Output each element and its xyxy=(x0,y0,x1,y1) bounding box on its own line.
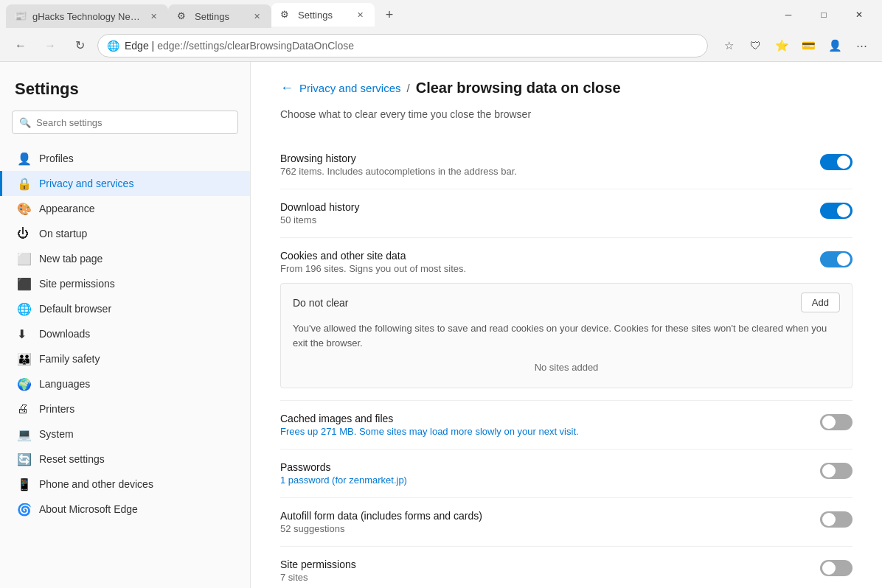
address-domain: Edge xyxy=(125,40,149,52)
sidebar-item-profiles[interactable]: 👤 Profiles xyxy=(0,146,250,171)
refresh-button[interactable]: ↻ xyxy=(68,34,91,57)
collections-icon[interactable]: ⭐ xyxy=(770,34,794,57)
tab-settings2[interactable]: ⚙ Settings ✕ xyxy=(271,3,375,27)
toggle-browsing-history[interactable] xyxy=(820,154,853,170)
nav-icon-group: ☆ 🛡 ⭐ 💳 👤 ⋯ xyxy=(717,34,873,57)
sidebar-item-newtab[interactable]: ⬜ New tab page xyxy=(0,246,250,271)
setting-download-history-desc: 50 items xyxy=(280,214,359,225)
close-button[interactable]: ✕ xyxy=(842,3,876,27)
sidebar-item-label-printers: Printers xyxy=(39,403,74,415)
setting-download-history-row: Download history 50 items xyxy=(280,201,853,225)
privacy-icon: 🔒 xyxy=(17,177,30,190)
sidebar-item-label-system: System xyxy=(39,428,74,440)
toggle-download-history[interactable] xyxy=(820,203,853,219)
tab-settings2-favicon: ⚙ xyxy=(280,9,292,21)
breadcrumb-separator: / xyxy=(407,82,410,94)
toggle-site-permissions[interactable] xyxy=(820,560,853,576)
sidebar-item-reset[interactable]: 🔄 Reset settings xyxy=(0,447,250,472)
setting-site-permissions-label: Site permissions xyxy=(280,559,356,570)
favorites-icon[interactable]: ☆ xyxy=(717,34,740,57)
tab-ghacks[interactable]: 📰 gHacks Technology News ✕ xyxy=(6,4,168,28)
address-url: edge://settings/clearBrowsingDataOnClose xyxy=(157,40,354,52)
setting-cookies: Cookies and other site data From 196 sit… xyxy=(280,238,853,401)
tab-settings1-close[interactable]: ✕ xyxy=(251,10,263,22)
sidebar-item-system[interactable]: 💻 System xyxy=(0,421,250,447)
sidebar-item-startup[interactable]: ⏻ On startup xyxy=(0,221,250,246)
breadcrumb-back-button[interactable]: ← xyxy=(280,80,294,96)
sidebar-item-label-familysafety: Family safety xyxy=(39,353,100,365)
address-bar[interactable]: 🌐 Edge | edge://settings/clearBrowsingDa… xyxy=(97,34,708,57)
tab-ghacks-close[interactable]: ✕ xyxy=(147,10,159,22)
setting-autofill-row: Autofill form data (includes forms and c… xyxy=(280,510,853,534)
setting-browsing-history-label: Browsing history xyxy=(280,153,517,164)
phone-icon: 📱 xyxy=(17,477,30,491)
printers-icon: 🖨 xyxy=(17,402,30,416)
setting-autofill-label: Autofill form data (includes forms and c… xyxy=(280,510,482,522)
familysafety-icon: 👪 xyxy=(17,352,30,365)
toggle-cookies[interactable] xyxy=(820,251,853,267)
tab-settings2-close[interactable]: ✕ xyxy=(354,9,366,21)
browser-window: 📰 gHacks Technology News ✕ ⚙ Settings ✕ … xyxy=(0,0,882,588)
sidebar-item-downloads[interactable]: ⬇ Downloads xyxy=(0,321,250,346)
sidebar-item-label-privacy: Privacy and services xyxy=(39,178,133,189)
newtab-icon: ⬜ xyxy=(17,252,30,265)
minimize-button[interactable]: ─ xyxy=(771,3,805,27)
add-site-button[interactable]: Add xyxy=(801,293,840,312)
profile-icon[interactable]: 👤 xyxy=(823,34,847,57)
setting-passwords-desc: 1 password (for zenmarket.jp) xyxy=(280,475,407,486)
sidebar-item-privacy[interactable]: 🔒 Privacy and services xyxy=(0,171,250,196)
setting-cached-images-row: Cached images and files Frees up 271 MB.… xyxy=(280,413,853,437)
sidebar-item-languages[interactable]: 🌍 Languages xyxy=(0,371,250,396)
setting-passwords-row: Passwords 1 password (for zenmarket.jp) xyxy=(280,461,853,486)
toggle-passwords[interactable] xyxy=(820,463,853,479)
sidebar-item-defaultbrowser[interactable]: 🌐 Default browser xyxy=(0,296,250,321)
tab-settings1[interactable]: ⚙ Settings ✕ xyxy=(168,4,271,28)
wallet-icon[interactable]: 💳 xyxy=(796,34,820,57)
breadcrumb-privacy-link[interactable]: Privacy and services xyxy=(299,82,401,94)
sidebar-item-appearance[interactable]: 🎨 Appearance xyxy=(0,196,250,221)
setting-autofill-info: Autofill form data (includes forms and c… xyxy=(280,510,482,534)
breadcrumb: ← Privacy and services / Clear browsing … xyxy=(280,80,853,97)
setting-cached-images-info: Cached images and files Frees up 271 MB.… xyxy=(280,413,579,437)
setting-cached-images-desc: Frees up 271 MB. Some sites may load mor… xyxy=(280,426,579,437)
setting-cookies-row: Cookies and other site data From 196 sit… xyxy=(280,250,853,274)
new-tab-button[interactable]: + xyxy=(378,3,401,27)
tab-settings1-favicon: ⚙ xyxy=(177,10,189,22)
more-button[interactable]: ⋯ xyxy=(850,34,873,57)
content-area: ← Privacy and services / Clear browsing … xyxy=(251,62,882,588)
setting-autofill: Autofill form data (includes forms and c… xyxy=(280,498,853,547)
setting-site-permissions-info: Site permissions 7 sites xyxy=(280,559,356,583)
sidebar-item-label-profiles: Profiles xyxy=(39,153,74,164)
title-bar: 📰 gHacks Technology News ✕ ⚙ Settings ✕ … xyxy=(0,0,882,29)
sidebar-item-printers[interactable]: 🖨 Printers xyxy=(0,396,250,421)
setting-cookies-label: Cookies and other site data xyxy=(280,250,466,262)
back-button[interactable]: ← xyxy=(9,34,32,57)
defaultbrowser-icon: 🌐 xyxy=(17,302,30,315)
toggle-autofill[interactable] xyxy=(820,511,853,528)
sidebar-item-label-downloads: Downloads xyxy=(39,328,90,340)
sidebar-item-about[interactable]: 🌀 About Microsoft Edge xyxy=(0,497,250,522)
appearance-icon: 🎨 xyxy=(17,202,30,215)
setting-download-history-info: Download history 50 items xyxy=(280,201,359,225)
search-input[interactable] xyxy=(12,111,238,134)
search-icon: 🔍 xyxy=(19,117,31,128)
sidebar-item-siteperm[interactable]: ⬛ Site permissions xyxy=(0,271,250,296)
sidebar-item-label-phone: Phone and other devices xyxy=(39,478,153,490)
address-text: Edge | edge://settings/clearBrowsingData… xyxy=(125,40,698,52)
no-sites-label: No sites added xyxy=(293,356,840,379)
setting-passwords-info: Passwords 1 password (for zenmarket.jp) xyxy=(280,461,407,486)
sidebar-item-familysafety[interactable]: 👪 Family safety xyxy=(0,346,250,371)
setting-cached-images: Cached images and files Frees up 271 MB.… xyxy=(280,401,853,449)
setting-autofill-desc: 52 suggestions xyxy=(280,523,482,534)
setting-cached-images-label: Cached images and files xyxy=(280,413,579,424)
sidebar-item-phone[interactable]: 📱 Phone and other devices xyxy=(0,472,250,497)
sidebar-item-label-defaultbrowser: Default browser xyxy=(39,303,111,315)
toggle-cached-images[interactable] xyxy=(820,414,853,430)
security-icon[interactable]: 🛡 xyxy=(743,34,767,57)
do-not-clear-title: Do not clear xyxy=(293,297,348,309)
forward-button[interactable]: → xyxy=(38,34,62,57)
maximize-button[interactable]: □ xyxy=(807,3,841,27)
setting-passwords: Passwords 1 password (for zenmarket.jp) xyxy=(280,449,853,498)
do-not-clear-section: Do not clear Add You've allowed the foll… xyxy=(280,283,853,388)
sidebar-item-label-siteperm: Site permissions xyxy=(39,278,115,290)
